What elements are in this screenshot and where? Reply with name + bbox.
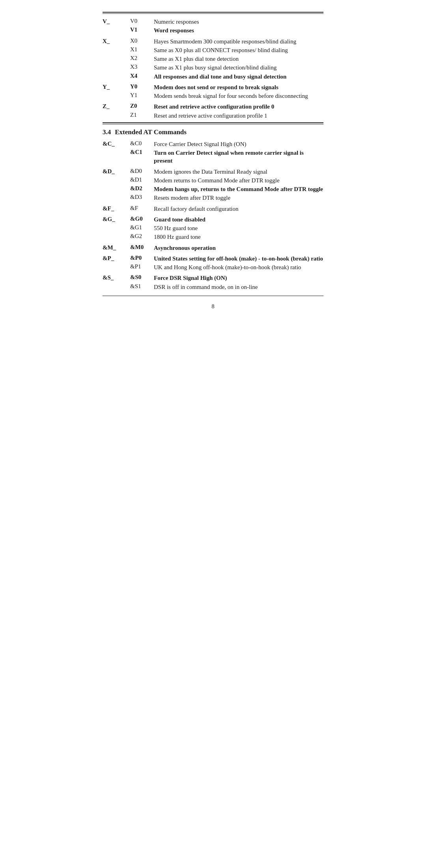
x4-code: X4 <box>130 73 154 81</box>
z0-code: Z0 <box>130 103 154 111</box>
x-main-label: X_ <box>103 37 130 45</box>
v0-desc: Numeric responses <box>154 18 323 26</box>
g1-desc: 550 Hz guard tone <box>154 224 323 232</box>
y-spacer <box>103 92 130 100</box>
g-group: &G_ &G0 Guard tone disabled &G1 550 Hz g… <box>103 216 323 241</box>
s0-code: &S0 <box>130 274 154 282</box>
v-main-label: V_ <box>103 18 130 26</box>
d3-desc: Resets modem after DTR toggle <box>154 194 323 202</box>
d2-code: &D2 <box>130 185 154 193</box>
g-main-label: &G_ <box>103 216 130 223</box>
g2-code: &G2 <box>130 233 154 241</box>
y-main-label: Y_ <box>103 83 130 91</box>
section-34-num: 3.4 <box>103 128 111 136</box>
g-spacer2 <box>103 233 130 241</box>
x-spacer4 <box>103 73 130 81</box>
page: V_ V0 Numeric responses V1 Word response… <box>103 12 323 310</box>
c-main-label: &C_ <box>103 140 130 148</box>
v1-code: V1 <box>130 26 154 34</box>
d0-code: &D0 <box>130 168 154 176</box>
p0-code: &P0 <box>130 255 154 262</box>
y1-desc: Modem sends break signal for four second… <box>154 92 323 100</box>
x3-desc: Same as X1 plus busy signal detection/bl… <box>154 64 323 71</box>
s-main-label: &S_ <box>103 274 130 282</box>
g0-desc: Guard tone disabled <box>154 216 323 223</box>
p-spacer <box>103 263 130 271</box>
z1-code: Z1 <box>130 112 154 120</box>
v-spacer <box>103 26 130 34</box>
x0-code: X0 <box>130 37 154 45</box>
page-number: 8 <box>103 303 323 310</box>
x2-code: X2 <box>130 55 154 63</box>
section-divider-thick <box>103 122 323 123</box>
v1-desc: Word responses <box>154 26 323 34</box>
z-group: Z_ Z0 Reset and retrieve active configur… <box>103 103 323 120</box>
g1-code: &G1 <box>130 224 154 232</box>
f-main-label: &F_ <box>103 205 130 213</box>
p1-code: &P1 <box>130 263 154 271</box>
s-spacer <box>103 283 130 291</box>
g-spacer1 <box>103 224 130 232</box>
x-spacer1 <box>103 46 130 54</box>
d-spacer3 <box>103 194 130 202</box>
x-spacer2 <box>103 55 130 63</box>
p-group: &P_ &P0 United States setting for off-ho… <box>103 255 323 272</box>
c-group: &C_ &C0 Force Carrier Detect Signal High… <box>103 140 323 165</box>
y-group: Y_ Y0 Modem does not send or respond to … <box>103 83 323 100</box>
g2-desc: 1800 Hz guard tone <box>154 233 323 241</box>
s1-code: &S1 <box>130 283 154 291</box>
x0-desc: Hayes Smartmodem 300 compatible response… <box>154 37 323 45</box>
y0-code: Y0 <box>130 83 154 91</box>
d1-code: &D1 <box>130 176 154 184</box>
p-main-label: &P_ <box>103 255 130 262</box>
p0-desc: United States setting for off-hook (make… <box>154 255 323 262</box>
z-spacer <box>103 112 130 120</box>
c0-desc: Force Carrier Detect Signal High (ON) <box>154 140 323 148</box>
s-group: &S_ &S0 Force DSR Signal High (ON) &S1 D… <box>103 274 323 291</box>
x2-desc: Same as X1 plus dial tone detection <box>154 55 323 63</box>
p1-desc: UK and Hong Kong off-hook (make)-to-on-h… <box>154 263 323 271</box>
at-commands-section: V_ V0 Numeric responses V1 Word response… <box>103 18 323 120</box>
y0-desc: Modem does not send or respond to break … <box>154 83 323 91</box>
v-group: V_ V0 Numeric responses V1 Word response… <box>103 18 323 35</box>
z0-desc: Reset and retrieve active configuration … <box>154 103 323 111</box>
bottom-rule <box>103 296 323 296</box>
x1-desc: Same as X0 plus all CONNECT responses/ b… <box>154 46 323 54</box>
x1-code: X1 <box>130 46 154 54</box>
y1-code: Y1 <box>130 92 154 100</box>
d-spacer2 <box>103 185 130 193</box>
section-divider-thin <box>103 124 323 124</box>
d-spacer1 <box>103 176 130 184</box>
g0-code: &G0 <box>130 216 154 223</box>
s1-desc: DSR is off in command mode, on in on-lin… <box>154 283 323 291</box>
d0-desc: Modem ignores the Data Terminal Ready si… <box>154 168 323 176</box>
x4-desc: All responses and dial tone and busy sig… <box>154 73 323 81</box>
section-34-heading-row: 3.4 Extended AT Commands <box>103 128 323 136</box>
top-rule-thick <box>103 12 323 13</box>
d2-desc: Modem hangs up, returns to the Command M… <box>154 185 323 193</box>
section-34-label: Extended AT Commands <box>115 128 187 136</box>
c-spacer <box>103 149 130 165</box>
d3-code: &D3 <box>130 194 154 202</box>
s0-desc: Force DSR Signal High (ON) <box>154 274 323 282</box>
f-code: &F <box>130 205 154 213</box>
x3-code: X3 <box>130 64 154 71</box>
f-desc: Recall factory default configuration <box>154 205 323 213</box>
c1-desc: Turn on Carrier Detect signal when remot… <box>154 149 323 165</box>
d1-desc: Modem returns to Command Mode after DTR … <box>154 176 323 184</box>
c1-code: &C1 <box>130 149 154 165</box>
f-group: &F_ &F Recall factory default configurat… <box>103 205 323 213</box>
m-main-label: &M_ <box>103 244 130 252</box>
x-group: X_ X0 Hayes Smartmodem 300 compatible re… <box>103 37 323 81</box>
m0-desc: Asynchronous operation <box>154 244 323 252</box>
d-main-label: &D_ <box>103 168 130 176</box>
z-main-label: Z_ <box>103 103 130 111</box>
top-rule-thin <box>103 13 323 14</box>
m-group: &M_ &M0 Asynchronous operation <box>103 244 323 252</box>
x-spacer3 <box>103 64 130 71</box>
z1-desc: Reset and retrieve active configuration … <box>154 112 323 120</box>
d-group: &D_ &D0 Modem ignores the Data Terminal … <box>103 168 323 202</box>
c0-code: &C0 <box>130 140 154 148</box>
m0-code: &M0 <box>130 244 154 252</box>
v0-code: V0 <box>130 18 154 26</box>
